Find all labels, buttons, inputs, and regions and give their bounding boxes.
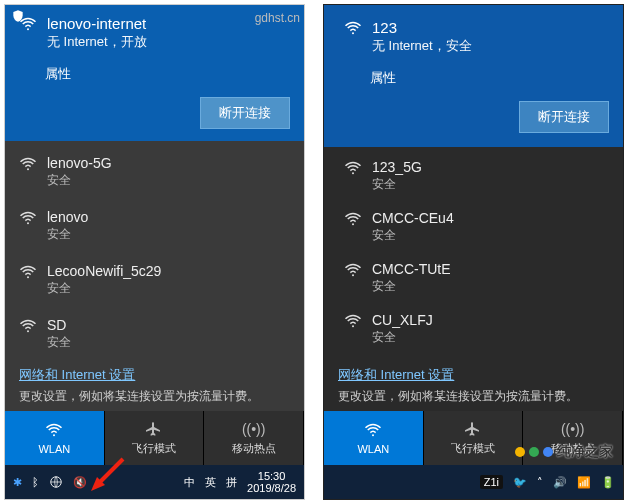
connected-ssid: lenovo-internet — [47, 15, 147, 32]
svg-point-7 — [352, 32, 354, 34]
svg-point-10 — [352, 274, 354, 276]
network-security: 安全 — [47, 226, 88, 243]
svg-point-0 — [27, 28, 29, 30]
taskbar-clock[interactable]: 15:30 2019/8/28 — [247, 470, 296, 494]
bluetooth-icon[interactable]: ✱ — [13, 476, 22, 489]
wifi-icon — [19, 317, 37, 335]
hotspot-icon: ((•)) — [561, 421, 585, 437]
network-item[interactable]: SD安全 — [5, 307, 304, 360]
tile-airplane[interactable]: 飞行模式 — [105, 411, 205, 465]
network-settings-link[interactable]: 网络和 Internet 设置 — [324, 360, 623, 386]
ime-layout[interactable]: 拼 — [226, 475, 237, 490]
wifi-icon — [344, 210, 362, 228]
ime-kbd[interactable]: 英 — [205, 475, 216, 490]
svg-point-4 — [27, 330, 29, 332]
svg-point-1 — [27, 168, 29, 170]
connected-status: 无 Internet，安全 — [372, 37, 472, 55]
volume-mute-icon[interactable]: 🔇 — [73, 476, 87, 489]
network-item[interactable]: CU_XLFJ安全 — [324, 304, 623, 355]
network-item[interactable]: lenovo安全 — [5, 199, 304, 253]
settings-hint: 更改设置，例如将某连接设置为按流量计费。 — [324, 386, 623, 411]
network-security: 安全 — [47, 172, 112, 189]
airplane-icon — [146, 421, 162, 437]
tile-hotspot[interactable]: ((•)) 移动热点 — [523, 411, 623, 465]
chevron-up-icon[interactable]: ˄ — [537, 476, 543, 489]
disconnect-button[interactable]: 断开连接 — [200, 97, 290, 129]
airplane-icon — [465, 421, 481, 437]
tile-wlan[interactable]: WLAN — [5, 411, 105, 465]
tile-label: 移动热点 — [551, 441, 595, 456]
tile-label: WLAN — [357, 443, 389, 455]
wifi-icon — [19, 263, 37, 281]
wifi-icon — [344, 159, 362, 177]
svg-point-11 — [352, 325, 354, 327]
taskbar-tag: Z1i — [480, 475, 503, 489]
network-list: lenovo-5G安全 lenovo安全 LecooNewifi_5c29安全 … — [5, 141, 304, 360]
wifi-icon — [344, 19, 362, 37]
network-name: lenovo — [47, 209, 88, 225]
wifi-panel-right: 123 无 Internet，安全 属性 断开连接 123_5G安全 CMCC-… — [323, 4, 624, 500]
shield-icon — [11, 9, 25, 23]
wifi-icon — [344, 312, 362, 330]
wifi-icon — [19, 155, 37, 173]
svg-point-13 — [372, 434, 374, 436]
tile-hotspot[interactable]: ((•)) 移动热点 — [204, 411, 304, 465]
taskbar: ✱ ᛒ 🔇 中 英 拼 15:30 2019/8/28 — [5, 465, 304, 499]
hotspot-icon: ((•)) — [242, 421, 266, 437]
network-item[interactable]: 123_5G安全 — [324, 151, 623, 202]
taskbar: Z1i 🐦 ˄ 🔊 📶 🔋 — [324, 465, 623, 499]
network-name: lenovo-5G — [47, 155, 112, 171]
network-settings-link[interactable]: 网络和 Internet 设置 — [5, 360, 304, 386]
wifi-tray-icon[interactable]: 📶 — [577, 476, 591, 489]
wifi-icon — [364, 421, 382, 439]
connected-network[interactable]: 123 无 Internet，安全 属性 断开连接 — [324, 5, 623, 147]
battery-icon[interactable]: 🔋 — [601, 476, 615, 489]
settings-hint: 更改设置，例如将某连接设置为按流量计费。 — [5, 386, 304, 411]
network-list: 123_5G安全 CMCC-CEu4安全 CMCC-TUtE安全 CU_XLFJ… — [324, 147, 623, 360]
network-item[interactable]: lenovo-5G安全 — [5, 145, 304, 199]
ime-lang[interactable]: 中 — [184, 475, 195, 490]
svg-point-9 — [352, 223, 354, 225]
tile-wlan[interactable]: WLAN — [324, 411, 424, 465]
action-tiles: WLAN 飞行模式 ((•)) 移动热点 — [5, 411, 304, 465]
connected-network[interactable]: lenovo-internet 无 Internet，开放 属性 断开连接 — [5, 5, 304, 141]
tile-label: 飞行模式 — [132, 441, 176, 456]
network-security: 安全 — [372, 227, 454, 244]
network-name: 123_5G — [372, 159, 422, 175]
network-item[interactable]: CMCC-TUtE安全 — [324, 253, 623, 304]
network-item[interactable]: LecooNewifi_5c29安全 — [5, 253, 304, 307]
taskbar-date: 2019/8/28 — [247, 482, 296, 494]
bluetooth-icon[interactable]: ᛒ — [32, 476, 39, 488]
properties-link[interactable]: 属性 — [370, 69, 609, 87]
twitter-icon[interactable]: 🐦 — [513, 476, 527, 489]
globe-icon[interactable] — [49, 475, 63, 489]
network-security: 安全 — [372, 278, 451, 295]
volume-icon[interactable]: 🔊 — [553, 476, 567, 489]
connected-ssid: 123 — [372, 19, 472, 36]
network-security: 安全 — [47, 280, 161, 297]
svg-point-5 — [53, 434, 55, 436]
tile-airplane[interactable]: 飞行模式 — [424, 411, 524, 465]
properties-link[interactable]: 属性 — [45, 65, 290, 83]
tile-label: 移动热点 — [232, 441, 276, 456]
tile-label: 飞行模式 — [451, 441, 495, 456]
network-name: CMCC-TUtE — [372, 261, 451, 277]
network-name: LecooNewifi_5c29 — [47, 263, 161, 279]
action-tiles: WLAN 飞行模式 ((•)) 移动热点 — [324, 411, 623, 465]
disconnect-button[interactable]: 断开连接 — [519, 101, 609, 133]
network-name: CU_XLFJ — [372, 312, 433, 328]
network-security: 安全 — [372, 176, 422, 193]
wifi-icon — [344, 261, 362, 279]
network-security: 安全 — [47, 334, 71, 351]
svg-point-8 — [352, 172, 354, 174]
svg-point-2 — [27, 222, 29, 224]
network-item[interactable]: CMCC-CEu4安全 — [324, 202, 623, 253]
wifi-panel-left: gdhst.cn lenovo-internet 无 Internet，开放 属… — [4, 4, 305, 500]
taskbar-time: 15:30 — [247, 470, 296, 482]
wifi-icon — [45, 421, 63, 439]
tile-label: WLAN — [38, 443, 70, 455]
wifi-icon — [19, 209, 37, 227]
network-security: 安全 — [372, 329, 433, 346]
network-name: CMCC-CEu4 — [372, 210, 454, 226]
svg-point-3 — [27, 276, 29, 278]
